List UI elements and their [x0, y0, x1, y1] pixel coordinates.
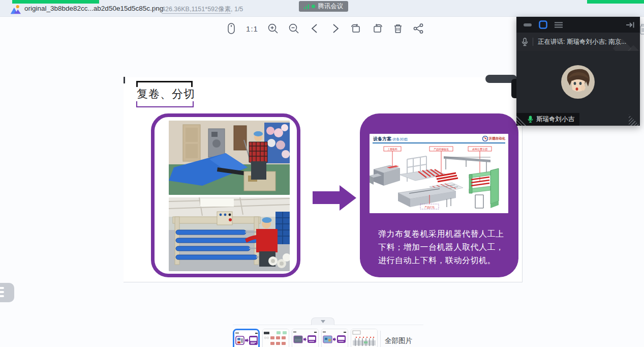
rotate-left-button[interactable] [349, 21, 364, 36]
thumbnail-3[interactable] [292, 329, 319, 347]
zoom-out-button[interactable] [286, 21, 301, 36]
speaking-status-bar: 正在讲话: 斯瑞奇刘小吉; 南京... [516, 33, 640, 51]
list-view-icon[interactable] [555, 22, 563, 28]
video-view-icon[interactable] [539, 20, 547, 29]
screen-share-border-left [12, 0, 99, 4]
active-mic-icon [528, 115, 533, 123]
zoom-ratio-label: 1:1 [246, 24, 258, 33]
delete-button[interactable] [390, 21, 406, 36]
side-menu-widget[interactable] [0, 283, 14, 302]
resize-grip-right[interactable] [629, 114, 640, 126]
slide-title: 复卷、分切 [137, 86, 195, 102]
file-size[interactable]: 426.36KB [162, 6, 190, 14]
vendor-logo: 沃德自动化 [482, 136, 506, 141]
thumbnail-2[interactable] [262, 329, 289, 347]
transform-arrow [313, 185, 356, 211]
share-button[interactable] [411, 21, 426, 36]
file-meta: 426.36KB,1151*592像素, 1/5 [162, 5, 243, 14]
svg-text:产品打包: 产品打包 [424, 206, 435, 209]
meeting-share-label: 腾讯会议 [318, 2, 343, 11]
participant-name: 斯瑞奇刘小吉 [536, 115, 574, 124]
svg-text:产品转移输送: 产品转移输送 [434, 148, 449, 151]
all-images-button[interactable]: 全部图片 [385, 336, 412, 345]
microphone-icon [522, 38, 528, 46]
participant-name-tag: 斯瑞奇刘小吉 [516, 113, 579, 126]
image-corner-mark [124, 77, 125, 83]
next-image-button[interactable] [328, 21, 343, 36]
rotate-right-icon [371, 23, 383, 34]
machinery-3d-illustration: 上卷取料 产品转移输送 成布位置分切 [370, 144, 508, 213]
factory-photo-rollers [169, 197, 290, 271]
meeting-window-header [516, 17, 640, 33]
filmstrip-collapse-tab[interactable] [311, 317, 334, 325]
status-divider [533, 38, 533, 46]
collapse-view-icon[interactable] [524, 23, 532, 27]
trash-icon [393, 23, 403, 34]
thumbnail-1-selected[interactable] [233, 329, 260, 347]
meeting-window[interactable]: 正在讲话: 斯瑞奇刘小吉; 南京... 斯瑞奇刘小吉 [516, 17, 640, 126]
file-dimensions[interactable]: ,1151*592像素 [190, 6, 231, 14]
factory-photo-rewinder [169, 121, 290, 195]
menu-bar-icon [0, 291, 4, 293]
participant-video-tile[interactable]: 斯瑞奇刘小吉 [516, 51, 640, 126]
zoom-out-icon [288, 23, 299, 34]
page-indicator: , 1/5 [231, 6, 243, 13]
chevron-down-icon [321, 320, 325, 323]
chevron-left-icon [310, 23, 320, 34]
clipped-edge-icon [640, 23, 644, 36]
file-name: original_3b8bde82cc...ab2d50e15d5c85c.pn… [24, 5, 163, 12]
exit-panel-icon[interactable] [626, 21, 635, 28]
diagram-header-rule [373, 142, 505, 143]
rotate-right-button[interactable] [370, 21, 385, 36]
after-solution-box: 设备方案-设备3D图 沃德自动化 上卷取料 产品转移输送 成布位置分切 [360, 113, 518, 277]
thumbnail-4[interactable] [321, 329, 348, 347]
speaking-status-text: 正在讲话: 斯瑞奇刘小吉; 南京... [538, 38, 626, 46]
diagram-header: 设备方案-设备3D图 [373, 136, 408, 142]
meeting-share-indicator[interactable]: 腾讯会议 [299, 1, 348, 12]
vendor-logo-icon [482, 136, 488, 141]
titlebar-divider: | [154, 5, 155, 12]
share-icon [413, 23, 424, 34]
zoom-in-button[interactable] [265, 21, 281, 36]
solution-description: 弹力布复卷机采用机器代替人工上下料；增加一台机器人取代人工，进行自动上下料，联动… [378, 227, 510, 267]
before-photos-box [151, 113, 300, 277]
title-bracket-bottom [136, 101, 194, 107]
rotate-left-icon [350, 23, 362, 34]
chevron-right-icon [330, 23, 341, 34]
drag-mode-button[interactable] [224, 21, 239, 36]
equipment-3d-diagram: 设备方案-设备3D图 沃德自动化 上卷取料 产品转移输送 成布位置分切 [370, 134, 508, 213]
svg-text:成布位置分切: 成布位置分切 [472, 148, 487, 151]
actual-size-button[interactable]: 1:1 [244, 21, 260, 36]
app-logo-icon [10, 5, 21, 15]
signal-bars-icon [304, 4, 310, 9]
filmstrip-separator [380, 331, 381, 347]
mouse-icon [227, 22, 236, 35]
zoom-in-icon [267, 23, 279, 34]
recording-dot-icon [312, 5, 315, 8]
participant-avatar [561, 65, 595, 99]
menu-bar-icon [0, 287, 4, 289]
screen-share-border-right [587, 0, 644, 4]
previous-image-button[interactable] [307, 21, 322, 36]
thumbnail-5[interactable] [351, 329, 378, 347]
meeting-side-tab[interactable] [511, 79, 516, 98]
svg-text:上卷取料: 上卷取料 [387, 148, 397, 151]
menu-bar-icon [0, 295, 4, 297]
